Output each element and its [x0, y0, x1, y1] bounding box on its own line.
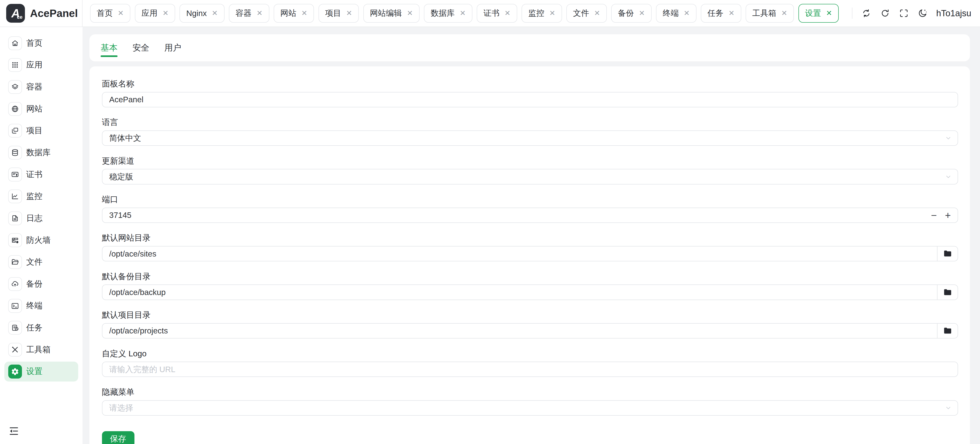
- default-project-dir-input-group: [102, 323, 958, 339]
- sidebar-item-home[interactable]: 首页: [4, 33, 78, 53]
- header-tab-projects[interactable]: 项目✕: [318, 4, 359, 23]
- close-icon[interactable]: ✕: [407, 10, 413, 17]
- settings-tab-users[interactable]: 用户: [164, 34, 181, 61]
- close-icon[interactable]: ✕: [346, 10, 352, 17]
- close-icon[interactable]: ✕: [162, 10, 169, 17]
- header-actions: hTo1ajsu: [843, 0, 980, 27]
- close-icon[interactable]: ✕: [256, 10, 262, 17]
- sidebar-item-toolbox[interactable]: 工具箱: [4, 340, 78, 359]
- close-icon[interactable]: ✕: [781, 10, 787, 17]
- header-tab-label: 任务: [708, 8, 724, 19]
- sidebar-item-label: 数据库: [26, 147, 51, 158]
- sidebar-item-terminal[interactable]: 终端: [4, 296, 78, 316]
- close-icon[interactable]: ✕: [301, 10, 307, 17]
- refresh-icon[interactable]: [880, 8, 890, 18]
- header-tab-label: 文件: [573, 8, 589, 19]
- close-icon[interactable]: ✕: [549, 10, 555, 17]
- sidebar-item-label: 证书: [26, 169, 43, 180]
- collapse-sidebar-button[interactable]: [8, 425, 19, 437]
- language-select[interactable]: 简体中文: [102, 131, 958, 146]
- sidebar-item-apps[interactable]: 应用: [4, 55, 78, 75]
- settings-tab-basic[interactable]: 基本: [100, 34, 118, 61]
- header-tab-tasks[interactable]: 任务✕: [701, 4, 741, 23]
- browse-directory-button[interactable]: [937, 324, 958, 338]
- default-backup-dir-input-group: [102, 284, 958, 300]
- browse-directory-button[interactable]: [937, 285, 958, 299]
- sidebar-item-websites[interactable]: 网站: [4, 99, 78, 119]
- close-icon[interactable]: ✕: [504, 10, 510, 17]
- header-tab-settings[interactable]: 设置✕: [799, 4, 839, 23]
- project-icon: [8, 124, 22, 137]
- sidebar-item-firewall[interactable]: 防火墙: [4, 230, 78, 250]
- header-tab-label: 首页: [97, 8, 113, 19]
- header-tab-label: 数据库: [431, 8, 455, 19]
- header-tab-websites[interactable]: 网站✕: [274, 4, 314, 23]
- close-icon[interactable]: ✕: [212, 10, 218, 17]
- app-header: A ce AcePanel 首页✕应用✕Nginx✕容器✕网站✕项目✕网站编辑✕…: [0, 0, 980, 27]
- decrease-button[interactable]: −: [931, 210, 937, 220]
- close-icon[interactable]: ✕: [594, 10, 600, 17]
- default-project-dir-input[interactable]: [102, 324, 937, 338]
- panel-name-input-group: [102, 92, 958, 107]
- sidebar-item-label: 应用: [26, 59, 43, 70]
- header-icon-group: [861, 8, 928, 18]
- sidebar-item-containers[interactable]: 容器: [4, 77, 78, 97]
- brand: A ce AcePanel: [0, 0, 83, 27]
- hidden-menu-select[interactable]: 请选择: [102, 400, 958, 415]
- sidebar-item-monitoring[interactable]: 监控: [4, 186, 78, 206]
- cloud-upload-icon: [8, 277, 22, 291]
- port-input[interactable]: [102, 208, 931, 222]
- header-divider: [852, 8, 853, 19]
- sidebar-item-backups[interactable]: 备份: [4, 274, 78, 294]
- header-tab-home[interactable]: 首页✕: [90, 4, 130, 23]
- settings-tab-security[interactable]: 安全: [132, 34, 149, 61]
- close-icon[interactable]: ✕: [729, 10, 734, 17]
- sidebar-item-certificates[interactable]: 证书: [4, 165, 78, 184]
- sidebar-item-settings[interactable]: 设置: [4, 362, 78, 382]
- field-custom-logo: 自定义 Logo: [102, 349, 958, 377]
- settings-form: 面板名称语言简体中文更新渠道稳定版端口−+默认网站目录默认备份目录默认项目目录自…: [102, 80, 958, 415]
- sidebar-item-projects[interactable]: 项目: [4, 121, 78, 141]
- sidebar-item-files[interactable]: 文件: [4, 252, 78, 272]
- main-layout: 首页应用容器网站项目数据库证书监控日志防火墙文件备份终端任务工具箱设置 基本安全…: [0, 27, 980, 444]
- sidebar: 首页应用容器网站项目数据库证书监控日志防火墙文件备份终端任务工具箱设置: [0, 27, 83, 444]
- header-tab-backups[interactable]: 备份✕: [611, 4, 652, 23]
- brand-title: AcePanel: [30, 7, 78, 19]
- default-site-dir-input[interactable]: [102, 246, 937, 261]
- browse-directory-button[interactable]: [937, 246, 958, 261]
- header-tab-nginx[interactable]: Nginx✕: [180, 4, 224, 23]
- increase-button[interactable]: +: [945, 210, 951, 220]
- header-tab-files[interactable]: 文件✕: [566, 4, 607, 23]
- header-tab-database[interactable]: 数据库✕: [424, 4, 473, 23]
- sync-icon[interactable]: [861, 8, 872, 18]
- header-tab-toolbox[interactable]: 工具箱✕: [746, 4, 794, 23]
- close-icon[interactable]: ✕: [118, 10, 124, 17]
- chevron-down-icon: [945, 134, 952, 142]
- sidebar-item-database[interactable]: 数据库: [4, 142, 78, 163]
- fullscreen-icon[interactable]: [899, 8, 909, 18]
- sidebar-item-tasks[interactable]: 任务: [4, 318, 78, 338]
- default-backup-dir-input[interactable]: [102, 285, 937, 299]
- header-tab-website-editor[interactable]: 网站编辑✕: [363, 4, 420, 23]
- sidebar-item-logs[interactable]: 日志: [4, 208, 78, 228]
- close-icon[interactable]: ✕: [639, 10, 645, 17]
- port-input-group: −+: [102, 208, 958, 223]
- close-icon[interactable]: ✕: [684, 10, 690, 17]
- field-panel-name: 面板名称: [102, 80, 958, 107]
- close-icon[interactable]: ✕: [460, 10, 466, 17]
- header-tab-containers[interactable]: 容器✕: [229, 4, 269, 23]
- panel-name-input[interactable]: [102, 93, 958, 107]
- update-channel-select[interactable]: 稳定版: [102, 169, 958, 184]
- header-tab-terminal[interactable]: 终端✕: [656, 4, 697, 23]
- header-tab-apps[interactable]: 应用✕: [135, 4, 175, 23]
- save-button[interactable]: 保存: [102, 431, 134, 444]
- header-tab-certificates[interactable]: 证书✕: [477, 4, 517, 23]
- dark-mode-icon[interactable]: [918, 8, 928, 18]
- header-tab-monitoring[interactable]: 监控✕: [522, 4, 562, 23]
- close-icon[interactable]: ✕: [826, 10, 832, 17]
- folder-open-icon: [8, 255, 22, 269]
- chart-line-icon: [8, 190, 22, 203]
- custom-logo-input[interactable]: [102, 362, 958, 377]
- username[interactable]: hTo1ajsu: [936, 8, 971, 18]
- sidebar-item-label: 首页: [26, 38, 43, 49]
